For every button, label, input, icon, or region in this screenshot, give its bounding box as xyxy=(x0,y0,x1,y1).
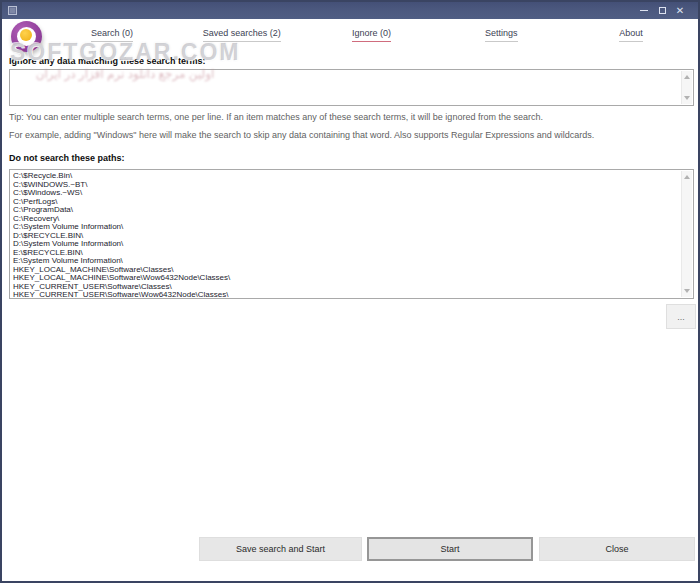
excluded-paths-textarea[interactable]: C:\$Recycle.Bin\ C:\$WINDOWS.~BT\ C:\$Wi… xyxy=(9,169,694,299)
tab-search[interactable]: Search (0) xyxy=(47,28,177,42)
ignore-terms-label: Ignore any data matching these search te… xyxy=(9,56,206,66)
minimize-icon xyxy=(640,10,648,11)
tab-bar: Search (0) Saved searches (2) Ignore (0)… xyxy=(47,19,696,50)
scroll-down-icon[interactable] xyxy=(684,289,690,293)
excluded-paths-text: C:\$Recycle.Bin\ C:\$WINDOWS.~BT\ C:\$Wi… xyxy=(13,172,679,297)
ignore-terms-text xyxy=(13,72,679,104)
browse-paths-button[interactable]: ... xyxy=(666,304,696,329)
tab-about-label: About xyxy=(619,28,643,42)
tab-settings-label: Settings xyxy=(485,28,518,42)
close-button[interactable]: ✕ xyxy=(671,2,689,19)
scroll-up-icon[interactable] xyxy=(684,175,690,179)
excluded-paths-scrollbar[interactable] xyxy=(681,171,692,297)
titlebar: ✕ xyxy=(2,2,698,19)
tab-about[interactable]: About xyxy=(566,28,696,42)
tab-search-label: Search (0) xyxy=(91,28,133,42)
close-dialog-button[interactable]: Close xyxy=(539,537,695,561)
tab-settings[interactable]: Settings xyxy=(436,28,566,42)
app-icon xyxy=(8,6,17,15)
tab-ignore[interactable]: Ignore (0) xyxy=(307,28,437,42)
window-controls: ✕ xyxy=(635,2,698,19)
maximize-icon xyxy=(659,7,666,14)
tab-saved-searches[interactable]: Saved searches (2) xyxy=(177,28,307,42)
start-button[interactable]: Start xyxy=(367,537,533,561)
ignore-example-text: For example, adding "Windows" here will … xyxy=(9,130,594,140)
scroll-up-icon[interactable] xyxy=(684,75,690,79)
save-search-and-start-button[interactable]: Save search and Start xyxy=(199,537,362,561)
navbar: Search (0) Saved searches (2) Ignore (0)… xyxy=(2,19,698,50)
ignore-terms-textarea[interactable] xyxy=(9,69,694,106)
app-window: ✕ Search (0) Saved searches (2) Ignore (… xyxy=(0,0,700,583)
scroll-down-icon[interactable] xyxy=(684,96,690,100)
ignore-terms-scrollbar[interactable] xyxy=(681,71,692,104)
ignore-tip-text: Tip: You can enter multiple search terms… xyxy=(9,112,543,122)
minimize-button[interactable] xyxy=(635,2,653,19)
tab-ignore-label: Ignore (0) xyxy=(352,28,391,42)
tab-saved-searches-label: Saved searches (2) xyxy=(203,28,281,42)
app-logo-icon xyxy=(11,21,42,52)
excluded-paths-label: Do not search these paths: xyxy=(9,153,125,163)
logo-dot xyxy=(20,29,32,41)
maximize-button[interactable] xyxy=(653,2,671,19)
